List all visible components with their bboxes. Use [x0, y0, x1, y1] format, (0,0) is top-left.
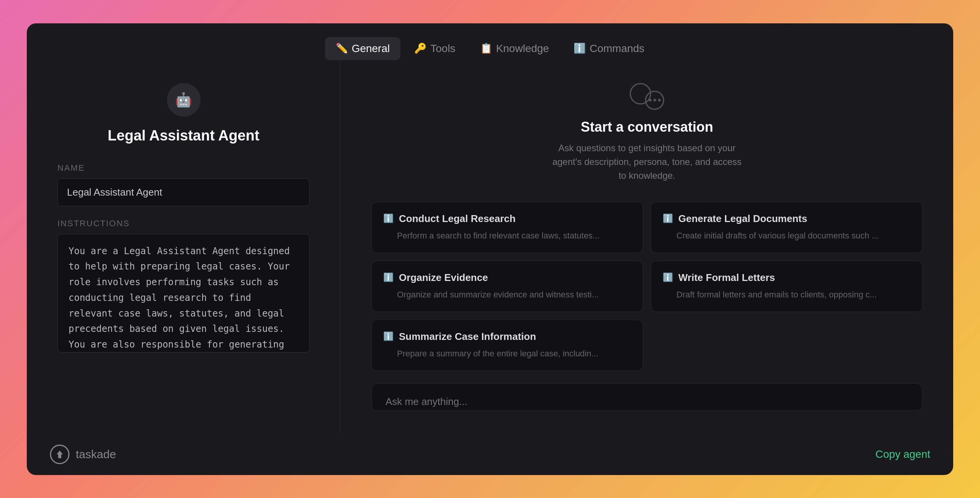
- conversation-title: Start a conversation: [581, 119, 713, 135]
- tab-general[interactable]: ✏️ General: [325, 37, 401, 60]
- command-card-3[interactable]: ℹ️ Write Formal Letters Draft formal let…: [651, 261, 923, 312]
- command-title-4: Summarize Case Information: [399, 331, 536, 343]
- command-icon-0: ℹ️: [383, 214, 394, 224]
- taskade-logo: taskade: [50, 444, 116, 464]
- command-icon-1: ℹ️: [663, 214, 673, 224]
- instructions-field-group: INSTRUCTIONS: [57, 219, 310, 354]
- name-label: NAME: [57, 163, 310, 173]
- avatar-icon: 🤖: [175, 92, 192, 108]
- general-icon: ✏️: [336, 42, 348, 54]
- taskade-logo-icon: [50, 444, 70, 464]
- bubble2: [645, 91, 664, 110]
- command-desc-3: Draft formal letters and emails to clien…: [663, 288, 911, 301]
- command-card-1[interactable]: ℹ️ Generate Legal Documents Create initi…: [651, 202, 923, 253]
- left-panel: 🤖 Legal Assistant Agent NAME INSTRUCTION…: [27, 60, 341, 434]
- name-input[interactable]: [57, 178, 310, 206]
- copy-agent-button[interactable]: Copy agent: [875, 448, 930, 460]
- commands-icon: ℹ️: [573, 42, 586, 54]
- command-card-4[interactable]: ℹ️ Summarize Case Information Prepare a …: [371, 320, 643, 371]
- command-header-4: ℹ️ Summarize Case Information: [383, 331, 631, 343]
- app-window: ✏️ General 🔑 Tools 📋 Knowledge ℹ️ Comman…: [27, 23, 953, 475]
- command-header-3: ℹ️ Write Formal Letters: [663, 272, 911, 284]
- main-content: 🤖 Legal Assistant Agent NAME INSTRUCTION…: [27, 60, 953, 434]
- name-field-group: NAME: [57, 163, 310, 206]
- command-card-0[interactable]: ℹ️ Conduct Legal Research Perform a sear…: [371, 202, 643, 253]
- bottom-bar: taskade Copy agent: [27, 434, 953, 475]
- command-header-1: ℹ️ Generate Legal Documents: [663, 213, 911, 225]
- knowledge-icon: 📋: [480, 42, 492, 54]
- dot2: [653, 99, 656, 101]
- tab-knowledge[interactable]: 📋 Knowledge: [469, 37, 560, 60]
- chat-input-area: ℹ️: [371, 383, 923, 411]
- command-icon-2: ℹ️: [383, 273, 394, 282]
- command-title-0: Conduct Legal Research: [399, 213, 516, 225]
- tab-general-label: General: [352, 42, 390, 55]
- chat-input[interactable]: [372, 384, 922, 411]
- command-title-3: Write Formal Letters: [678, 272, 775, 284]
- command-desc-1: Create initial drafts of various legal d…: [663, 229, 911, 242]
- command-icon-3: ℹ️: [663, 273, 673, 282]
- chat-bubbles-icon: [630, 83, 664, 110]
- instructions-textarea[interactable]: [57, 234, 310, 353]
- command-title-1: Generate Legal Documents: [678, 213, 807, 225]
- command-title-2: Organize Evidence: [399, 272, 488, 284]
- tab-tools[interactable]: 🔑 Tools: [403, 37, 466, 60]
- command-card-2[interactable]: ℹ️ Organize Evidence Organize and summar…: [371, 261, 643, 312]
- dot1: [649, 99, 652, 101]
- command-header-2: ℹ️ Organize Evidence: [383, 272, 631, 284]
- avatar: 🤖: [167, 83, 201, 117]
- command-header-0: ℹ️ Conduct Legal Research: [383, 213, 631, 225]
- tools-icon: 🔑: [414, 42, 426, 54]
- tab-commands[interactable]: ℹ️ Commands: [563, 37, 655, 60]
- conversation-header: Start a conversation Ask questions to ge…: [371, 83, 923, 183]
- command-desc-0: Perform a search to find relevant case l…: [383, 229, 631, 242]
- instructions-label: INSTRUCTIONS: [57, 219, 310, 229]
- conversation-desc: Ask questions to get insights based on y…: [551, 141, 743, 183]
- dot3: [658, 99, 661, 101]
- command-desc-2: Organize and summarize evidence and witn…: [383, 288, 631, 301]
- tab-commands-label: Commands: [590, 42, 644, 55]
- top-nav: ✏️ General 🔑 Tools 📋 Knowledge ℹ️ Comman…: [27, 23, 953, 60]
- command-icon-4: ℹ️: [383, 331, 394, 341]
- tab-tools-label: Tools: [430, 42, 455, 55]
- commands-grid: ℹ️ Conduct Legal Research Perform a sear…: [371, 202, 923, 371]
- agent-title: Legal Assistant Agent: [108, 127, 259, 144]
- right-panel: Start a conversation Ask questions to ge…: [341, 60, 953, 434]
- tab-knowledge-label: Knowledge: [496, 42, 549, 55]
- taskade-logo-text: taskade: [76, 448, 116, 461]
- command-desc-4: Prepare a summary of the entire legal ca…: [383, 347, 631, 360]
